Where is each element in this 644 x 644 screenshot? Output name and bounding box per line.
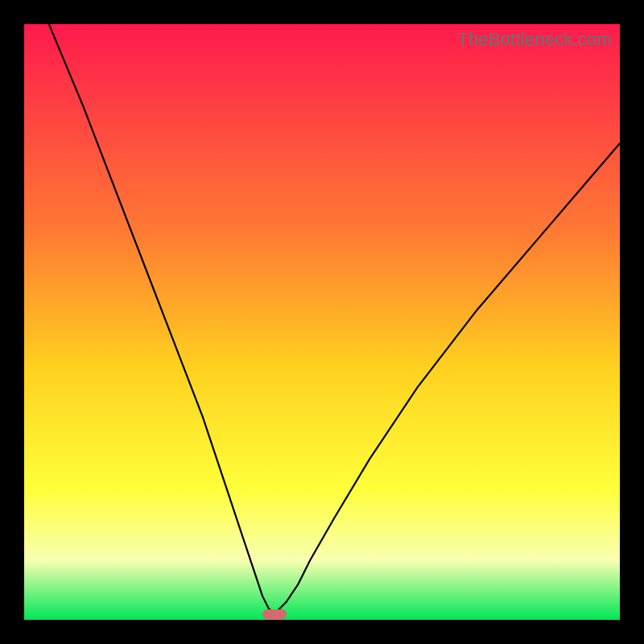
svg-rect-0 — [24, 24, 620, 620]
plot-area: TheBottleneck.com — [24, 24, 620, 620]
chart-frame: TheBottleneck.com — [0, 0, 644, 644]
minimum-marker — [262, 609, 287, 619]
attribution-label: TheBottleneck.com — [457, 29, 612, 50]
background-gradient — [24, 24, 620, 620]
